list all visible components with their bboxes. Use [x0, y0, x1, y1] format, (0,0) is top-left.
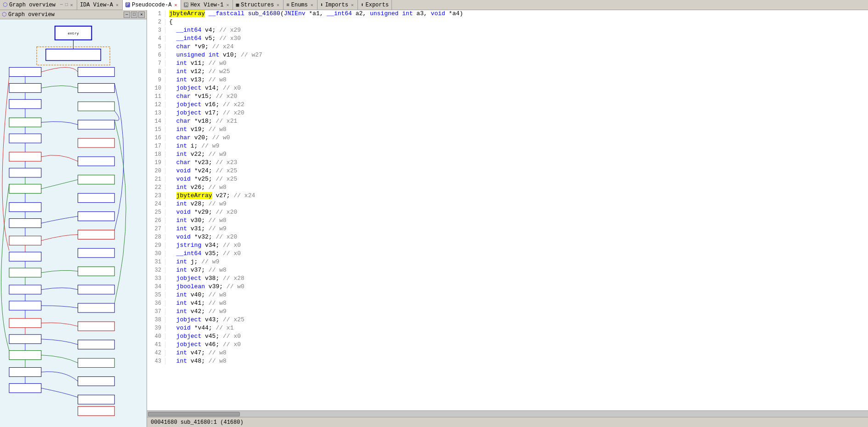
- line-number: 35: [147, 292, 165, 298]
- graph-titlebar: ⬡ Graph overview ─ □ ✕: [0, 10, 147, 19]
- table-row[interactable]: 1jbyteArray __fastcall sub_41680(JNIEnv …: [147, 10, 868, 18]
- graph-minimize-btn[interactable]: ─: [124, 11, 130, 18]
- svg-rect-12: [9, 184, 41, 194]
- table-row[interactable]: 14 char *v18; // x21: [147, 118, 868, 126]
- table-row[interactable]: 3 __int64 v4; // x29: [147, 27, 868, 35]
- svg-rect-34: [78, 230, 114, 239]
- table-row[interactable]: 30 __int64 v35; // x0: [147, 250, 868, 258]
- horizontal-scrollbar[interactable]: [147, 410, 868, 417]
- line-number: 2: [147, 19, 165, 25]
- table-row[interactable]: 11 char *v15; // x20: [147, 93, 868, 101]
- table-row[interactable]: 34 jboolean v39; // w0: [147, 283, 868, 291]
- svg-rect-31: [78, 175, 114, 184]
- tab-imports[interactable]: ⬇ Imports ✕: [318, 0, 358, 10]
- table-row[interactable]: 4 __int64 v5; // x30: [147, 35, 868, 43]
- line-number: 32: [147, 267, 165, 273]
- table-row[interactable]: 12 jobject v16; // x22: [147, 101, 868, 109]
- line-number: 18: [147, 151, 165, 158]
- table-row[interactable]: 16 char v20; // w0: [147, 134, 868, 142]
- table-row[interactable]: 6 unsigned int v10; // w27: [147, 51, 868, 60]
- tab-pseudocode[interactable]: P Pseudocode-A ✕: [123, 0, 181, 10]
- tab-struct-close[interactable]: ✕: [276, 2, 280, 8]
- line-code: char v20; // w0: [167, 134, 230, 141]
- table-row[interactable]: 39 void *v44; // x1: [147, 325, 868, 333]
- line-number: 43: [147, 358, 165, 364]
- line-number: 14: [147, 118, 165, 125]
- tab-hex-view[interactable]: H Hex View-1 ✕: [181, 0, 233, 10]
- tab-enum-close[interactable]: ✕: [310, 2, 314, 8]
- line-code: int v37; // w8: [167, 267, 227, 273]
- table-row[interactable]: 2{: [147, 18, 868, 27]
- table-row[interactable]: 37 int v42; // w9: [147, 308, 868, 316]
- table-row[interactable]: 21 void *v25; // x25: [147, 176, 868, 184]
- table-row[interactable]: 24 int v28; // w9: [147, 200, 868, 209]
- line-code: int v41; // w8: [167, 300, 227, 307]
- table-row[interactable]: 33 jobject v38; // x28: [147, 275, 868, 283]
- table-row[interactable]: 26 int v30; // w8: [147, 217, 868, 225]
- table-row[interactable]: 8 int v12; // w25: [147, 68, 868, 76]
- table-row[interactable]: 38 jobject v43; // x25: [147, 316, 868, 325]
- line-code: jobject v45; // x0: [167, 333, 241, 340]
- tab-graph-close[interactable]: ✕: [69, 2, 74, 8]
- keyword-highlight: jbyteArray: [169, 10, 205, 17]
- line-number: 20: [147, 168, 165, 174]
- table-row[interactable]: 13 jobject v17; // x20: [147, 109, 868, 118]
- line-code: int v12; // w25: [167, 68, 230, 75]
- table-row[interactable]: 18 int v22; // w9: [147, 151, 868, 159]
- table-row[interactable]: 20 void *v24; // x25: [147, 167, 868, 176]
- tab-pseudo-close[interactable]: ✕: [173, 2, 178, 8]
- line-code: jboolean v39; // w0: [167, 283, 244, 290]
- table-row[interactable]: 43 int v48; // w8: [147, 358, 868, 366]
- table-row[interactable]: 19 char *v23; // x23: [147, 159, 868, 167]
- hex-view-label: Hex View-1: [190, 2, 223, 8]
- tab-ida-close[interactable]: ✕: [115, 2, 119, 8]
- table-row[interactable]: 17 int i; // w9: [147, 142, 868, 151]
- line-code: int v47; // w8: [167, 349, 227, 356]
- line-code: int v19; // w8: [167, 126, 227, 133]
- line-number: 6: [147, 52, 165, 58]
- graph-maximize-btn[interactable]: □: [131, 11, 137, 18]
- line-number: 38: [147, 317, 165, 323]
- tab-graph-overview[interactable]: ⬡ Graph overview ─ □ ✕: [0, 0, 77, 10]
- table-row[interactable]: 25 void *v29; // x20: [147, 209, 868, 217]
- svg-rect-39: [78, 322, 114, 331]
- tab-imports-close[interactable]: ✕: [350, 2, 355, 8]
- keyword-highlight: jbyteArray: [176, 192, 212, 199]
- table-row[interactable]: 9 int v13; // w8: [147, 76, 868, 85]
- table-row[interactable]: 35 int v40; // w8: [147, 291, 868, 300]
- table-row[interactable]: 5 char *v9; // x24: [147, 43, 868, 51]
- tab-exports[interactable]: ⬆ Exports: [358, 0, 392, 10]
- tab-structures[interactable]: ▦ Structures ✕: [233, 0, 284, 10]
- table-row[interactable]: 29 jstring v34; // x0: [147, 242, 868, 250]
- tab-graph-minimize[interactable]: ─: [59, 2, 64, 8]
- scroll-thumb[interactable]: [148, 412, 240, 416]
- table-row[interactable]: 31 int j; // w9: [147, 258, 868, 267]
- tab-enums[interactable]: ≡ Enums ✕: [284, 0, 318, 10]
- table-row[interactable]: 28 void *v32; // x20: [147, 233, 868, 242]
- table-row[interactable]: 23 jbyteArray v27; // x24: [147, 192, 868, 200]
- svg-rect-20: [9, 319, 41, 328]
- table-row[interactable]: 15 int v19; // w8: [147, 126, 868, 134]
- table-row[interactable]: 41 jobject v46; // x0: [147, 341, 868, 349]
- table-row[interactable]: 7 int v11; // w0: [147, 60, 868, 68]
- table-row[interactable]: 32 int v37; // w8: [147, 267, 868, 275]
- tab-ida-view[interactable]: IDA View-A ✕: [77, 0, 123, 10]
- tab-graph-maximize[interactable]: □: [64, 2, 69, 8]
- line-code: int i; // w9: [167, 142, 219, 149]
- code-content[interactable]: 1jbyteArray __fastcall sub_41680(JNIEnv …: [147, 10, 868, 410]
- graph-canvas[interactable]: entry: [0, 19, 147, 427]
- table-row[interactable]: 36 int v41; // w8: [147, 300, 868, 308]
- tab-hex-close[interactable]: ✕: [225, 2, 230, 8]
- table-row[interactable]: 22 int v26; // w8: [147, 184, 868, 192]
- table-row[interactable]: 40 jobject v45; // x0: [147, 333, 868, 341]
- line-number: 27: [147, 226, 165, 232]
- table-row[interactable]: 27 int v31; // w9: [147, 225, 868, 233]
- line-code: jobject v16; // x22: [167, 101, 244, 108]
- struct-icon: ▦: [236, 2, 239, 8]
- table-row[interactable]: 42 int v47; // w8: [147, 349, 868, 358]
- line-code: __int64 v5; // x30: [167, 35, 241, 42]
- graph-close-btn[interactable]: ✕: [138, 11, 145, 18]
- line-code: int v30; // w8: [167, 217, 227, 224]
- table-row[interactable]: 10 jobject v14; // x0: [147, 85, 868, 93]
- pseudocode-label: Pseudocode-A: [132, 2, 171, 8]
